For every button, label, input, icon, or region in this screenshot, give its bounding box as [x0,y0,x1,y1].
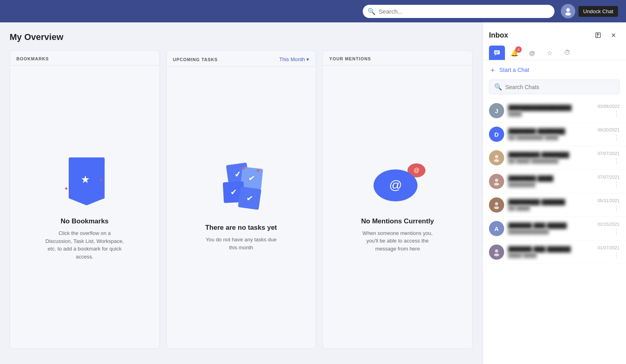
chat-more-button[interactable]: ⋮ [613,205,620,212]
chat-name: ████████████████ [508,105,594,111]
main-area: My Overview BOOKMARKS ★ ✦ ✦ No Bookmarks [0,22,626,364]
chat-list-item[interactable]: D ███████ ███████ ██ ████████ ████ 09/20… [483,123,626,146]
chat-list-item[interactable]: ███████ ████ ████████ 07/07/2021 ⋮ [483,170,626,193]
mentions-empty-desc: When someone mentions you, you'll be abl… [358,229,437,253]
bookmarks-empty-title: No Bookmarks [61,217,109,225]
avatar-photo-icon [492,248,501,257]
chat-name: ███████ ████ [508,175,594,182]
mentions-label: YOUR MENTIONS [329,56,371,61]
chat-date: 07/07/2021 [598,175,620,179]
tab-history[interactable]: ⏱ [559,46,575,60]
chat-more-button[interactable]: ⋮ [613,111,620,117]
undock-chat-tooltip: Undock Chat [578,6,618,17]
bookmarks-label: BOOKMARKS [16,56,49,61]
chat-list-item[interactable]: ██████ ███ ██████ ████ ████ 01/07/2021 ⋮ [483,241,626,264]
tasks-filter-button[interactable]: This Month ▾ [279,56,309,62]
mentions-body: @ @ No Mentions Currently When someone m… [323,66,472,348]
upcoming-tasks-panel: UPCOMING TASKS This Month ▾ ✔ ✔ ✔ ✔ [166,50,316,349]
chat-meta: 01/07/2021 ⋮ [598,245,620,259]
search-chats-wrap: 🔍 [489,80,620,94]
chat-more-button[interactable]: ⋮ [613,135,620,141]
svg-point-5 [495,155,498,158]
avatar[interactable] [561,4,575,18]
tab-notifications[interactable]: 🔔 4 [507,46,523,60]
global-search-input[interactable] [363,5,554,18]
chat-name: ████████ ██████ [508,199,594,205]
chat-meta: 03/08/2022 ⋮ [598,104,620,117]
chat-list-item[interactable]: ████████ ███████ ██ ████ ████████ 07/07/… [483,146,626,170]
global-search-bar: 🔍 [363,5,554,18]
chat-preview: ████████ [508,182,594,187]
svg-point-11 [495,249,498,253]
tab-starred[interactable]: ☆ [542,46,558,60]
chat-list-item[interactable]: ████████ ██████ ██ ████ 05/31/2021 ⋮ [483,193,626,217]
messages-icon [493,49,501,56]
chat-list-item[interactable]: J ████████████████ ████ 03/08/2022 ⋮ [483,99,626,123]
chat-date: 05/31/2021 [598,198,620,203]
bookmarks-body: ★ ✦ ✦ No Bookmarks Click the overflow on… [10,66,159,348]
chat-list: J ████████████████ ████ 03/08/2022 ⋮ D █… [483,99,626,364]
chat-more-button[interactable]: ⋮ [613,158,620,165]
search-chats-input[interactable] [505,84,614,90]
chat-preview: ██ ████ ████████ [508,158,594,164]
chat-more-button[interactable]: ⋮ [613,229,620,235]
svg-point-8 [494,183,499,186]
chat-list-item[interactable]: A ██████ ███ █████ ████████████ 02/15/20… [483,217,626,241]
avatar-letter: D [495,131,499,138]
chat-meta: 07/07/2021 ⋮ [598,175,620,188]
svg-point-10 [494,207,499,209]
mentions-empty-title: No Mentions Currently [361,217,434,225]
mentions-panel: YOUR MENTIONS @ @ No Mentions Currently … [322,50,473,349]
avatar-photo-icon [492,153,501,162]
page-title: My Overview [10,32,473,42]
chat-info: ██████ ███ █████ ████████████ [508,223,594,235]
chat-info: ███████ ███████ ██ ████████ ████ [508,128,594,140]
chat-meta: 09/20/2021 ⋮ [598,127,620,141]
chat-more-button[interactable]: ⋮ [613,253,620,259]
start-chat-button[interactable]: ＋ Start a Chat [483,60,626,80]
chat-name: ██████ ███ ██████ [508,246,594,253]
chat-avatar: J [489,103,504,118]
svg-point-6 [494,159,499,162]
inbox-panel: Inbox ✕ [482,22,626,364]
svg-point-0 [566,8,570,12]
star-small-icon-2: ✦ [99,177,103,183]
chat-info: ██████ ███ ██████ ████ ████ [508,246,594,258]
svg-rect-3 [494,50,500,54]
chat-meta: 02/15/2021 ⋮ [598,222,620,235]
tab-messages[interactable] [489,46,505,60]
avatar-letter: A [495,225,499,232]
chat-info: ████████ ███████ ██ ████ ████████ [508,152,594,164]
bookmarks-illustration: ★ ✦ ✦ [61,153,109,209]
panels-row: BOOKMARKS ★ ✦ ✦ No Bookmarks Click the o… [10,50,473,349]
bookmarks-panel: BOOKMARKS ★ ✦ ✦ No Bookmarks Click the o… [10,50,160,349]
close-inbox-button[interactable]: ✕ [607,29,620,42]
bookmarks-empty-desc: Click the overflow on a Discussion, Task… [45,229,125,261]
mention-bubble-main: @ [374,169,417,201]
chat-avatar [489,197,504,213]
chat-preview: ██ ████████ ████ [508,135,594,140]
undock-chat-button[interactable] [592,29,604,42]
chat-info: ████████ ██████ ██ ████ [508,199,594,211]
start-chat-label: Start a Chat [499,67,529,73]
chat-name: ██████ ███ █████ [508,223,594,229]
tasks-filter-label: This Month [279,56,305,62]
task-dot-1 [242,167,245,169]
chevron-down-icon: ▾ [306,56,309,62]
chat-preview: ████ ████ [508,253,594,258]
undock-icon [595,32,601,38]
tab-mentions[interactable]: @ [524,46,540,60]
chat-date: 03/08/2022 [598,104,620,109]
task-card-icon-4: ✔ [238,187,261,210]
chat-name: ████████ ███████ [508,152,594,158]
topbar: 🔍 Undock Chat [0,0,626,22]
at-icon: @ [529,50,535,56]
chat-date: 02/15/2021 [598,222,620,227]
avatar-photo-icon [492,201,501,209]
history-icon: ⏱ [564,49,570,56]
avatar-letter: J [495,107,498,114]
chat-more-button[interactable]: ⋮ [613,182,620,188]
upcoming-tasks-label: UPCOMING TASKS [173,57,218,62]
svg-point-7 [495,179,498,182]
bookmarks-header: BOOKMARKS [10,51,159,66]
